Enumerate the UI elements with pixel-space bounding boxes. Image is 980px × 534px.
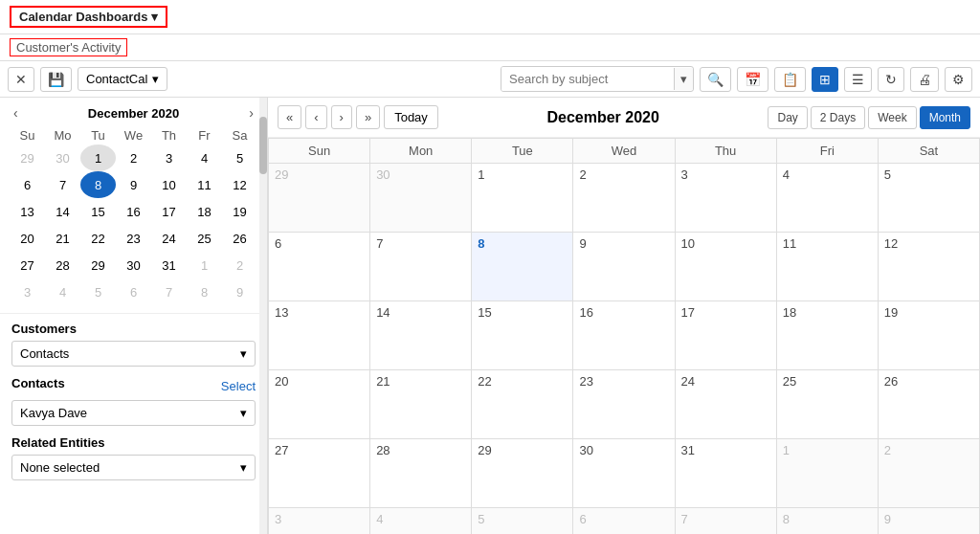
refresh-btn[interactable]: ↻ [878, 67, 904, 92]
cal-day-cell[interactable]: 29 [269, 164, 370, 233]
cal-day-cell[interactable]: 31 [675, 439, 776, 508]
mini-cal-day[interactable]: 28 [45, 252, 80, 278]
mini-cal-day[interactable]: 11 [187, 171, 222, 198]
app-title[interactable]: Calendar Dashboards ▾ [10, 6, 167, 28]
mini-cal-day[interactable]: 19 [222, 198, 257, 225]
cal-day-cell[interactable]: 21 [370, 370, 472, 439]
mini-cal-day[interactable]: 6 [10, 171, 45, 198]
close-button[interactable]: ✕ [8, 67, 34, 92]
cal-day-cell[interactable]: 26 [878, 370, 979, 439]
calendar1-icon-btn[interactable]: 📅 [737, 67, 768, 92]
list-view-btn[interactable]: ☰ [844, 67, 872, 92]
cal-day-cell[interactable]: 1 [472, 164, 573, 233]
search-icon-btn[interactable]: 🔍 [700, 67, 731, 92]
mini-cal-day[interactable]: 23 [116, 225, 151, 252]
cal-day-cell[interactable]: 12 [878, 233, 979, 301]
cal-next-btn[interactable]: › [331, 105, 352, 129]
today-btn[interactable]: Today [384, 105, 438, 129]
cal-day-cell[interactable]: 18 [776, 301, 878, 370]
mini-cal-day[interactable]: 10 [151, 171, 187, 198]
cal-day-cell[interactable]: 15 [472, 301, 573, 370]
cal-day-cell[interactable]: 7 [675, 508, 776, 535]
cal-day-cell[interactable]: 9 [573, 233, 675, 301]
cal-day-cell[interactable]: 27 [269, 439, 370, 508]
mini-cal-day[interactable]: 30 [45, 145, 80, 171]
cal-day-cell[interactable]: 16 [573, 301, 675, 370]
cal-day-cell[interactable]: 1 [776, 439, 878, 508]
cal-day-cell[interactable]: 5 [472, 508, 573, 535]
mini-cal-day[interactable]: 29 [10, 145, 45, 171]
mini-cal-day[interactable]: 3 [10, 278, 45, 305]
cal-day-cell[interactable]: 7 [370, 233, 472, 301]
mini-cal-day[interactable]: 18 [187, 198, 222, 225]
cal-day-cell[interactable]: 2 [573, 164, 675, 233]
mini-cal-day[interactable]: 16 [116, 198, 151, 225]
view-btn-2-days[interactable]: 2 Days [811, 106, 865, 129]
cal-day-cell[interactable]: 10 [675, 233, 776, 301]
mini-next-btn[interactable]: › [245, 105, 257, 121]
mini-cal-day[interactable]: 17 [151, 198, 187, 225]
mini-cal-day[interactable]: 30 [116, 252, 151, 278]
mini-cal-day[interactable]: 8 [80, 171, 116, 198]
scrollbar-track[interactable] [259, 98, 267, 534]
mini-cal-day[interactable]: 26 [222, 225, 257, 252]
mini-cal-day[interactable]: 9 [116, 171, 151, 198]
cal-day-cell[interactable]: 23 [573, 370, 675, 439]
mini-cal-day[interactable]: 21 [45, 225, 80, 252]
mini-cal-day[interactable]: 8 [187, 278, 222, 305]
mini-cal-day[interactable]: 12 [222, 171, 257, 198]
mini-cal-day[interactable]: 6 [116, 278, 151, 305]
cal-day-cell[interactable]: 4 [370, 508, 472, 535]
cal-day-cell[interactable]: 13 [269, 301, 370, 370]
mini-cal-day[interactable]: 20 [10, 225, 45, 252]
mini-cal-day[interactable]: 2 [116, 145, 151, 171]
calendar-selector[interactable]: ContactCal ▾ [78, 67, 167, 91]
mini-cal-day[interactable]: 3 [151, 145, 187, 171]
mini-cal-day[interactable]: 27 [10, 252, 45, 278]
mini-cal-day[interactable]: 14 [45, 198, 80, 225]
mini-cal-day[interactable]: 13 [10, 198, 45, 225]
print-btn[interactable]: 🖨 [910, 67, 939, 92]
cal-day-cell[interactable]: 14 [370, 301, 472, 370]
mini-prev-btn[interactable]: ‹ [10, 105, 22, 121]
mini-cal-day[interactable]: 24 [151, 225, 187, 252]
cal-day-cell[interactable]: 3 [269, 508, 370, 535]
mini-cal-day[interactable]: 1 [80, 145, 116, 171]
mini-cal-day[interactable]: 5 [222, 145, 257, 171]
cal-last-btn[interactable]: » [356, 105, 380, 129]
cal-day-cell[interactable]: 25 [776, 370, 878, 439]
view-btn-week[interactable]: Week [868, 106, 916, 129]
cal-day-cell[interactable]: 28 [370, 439, 472, 508]
cal-day-cell[interactable]: 5 [878, 164, 979, 233]
cal-day-cell[interactable]: 11 [776, 233, 878, 301]
cal-prev-btn[interactable]: ‹ [305, 105, 326, 129]
cal-day-cell[interactable]: 6 [573, 508, 675, 535]
contact-value-select[interactable]: Kavya Dave ▾ [11, 400, 256, 426]
grid-view-btn[interactable]: ⊞ [812, 67, 838, 92]
cal-day-cell[interactable]: 8 [776, 508, 878, 535]
view-btn-month[interactable]: Month [920, 106, 970, 129]
save-button[interactable]: 💾 [40, 67, 72, 92]
mini-cal-day[interactable]: 25 [187, 225, 222, 252]
mini-cal-day[interactable]: 5 [80, 278, 116, 305]
scrollbar-thumb[interactable] [259, 117, 267, 174]
mini-cal-day[interactable]: 29 [80, 252, 116, 278]
cal-first-btn[interactable]: « [278, 105, 301, 129]
mini-cal-day[interactable]: 7 [151, 278, 187, 305]
cal-day-cell[interactable]: 29 [472, 439, 573, 508]
mini-cal-day[interactable]: 22 [80, 225, 116, 252]
mini-cal-day[interactable]: 1 [187, 252, 222, 278]
cal-day-cell[interactable]: 8 [472, 233, 573, 301]
mini-cal-day[interactable]: 31 [151, 252, 187, 278]
cal-day-cell[interactable]: 6 [269, 233, 370, 301]
cal-day-cell[interactable]: 30 [370, 164, 472, 233]
settings-btn[interactable]: ⚙ [945, 67, 972, 92]
cal-day-cell[interactable]: 19 [878, 301, 979, 370]
mini-cal-day[interactable]: 15 [80, 198, 116, 225]
cal-day-cell[interactable]: 20 [269, 370, 370, 439]
cal-day-cell[interactable]: 24 [675, 370, 776, 439]
cal-day-cell[interactable]: 22 [472, 370, 573, 439]
contacts-select-link[interactable]: Select [221, 379, 256, 393]
cal-day-cell[interactable]: 17 [675, 301, 776, 370]
cal-day-cell[interactable]: 4 [776, 164, 878, 233]
